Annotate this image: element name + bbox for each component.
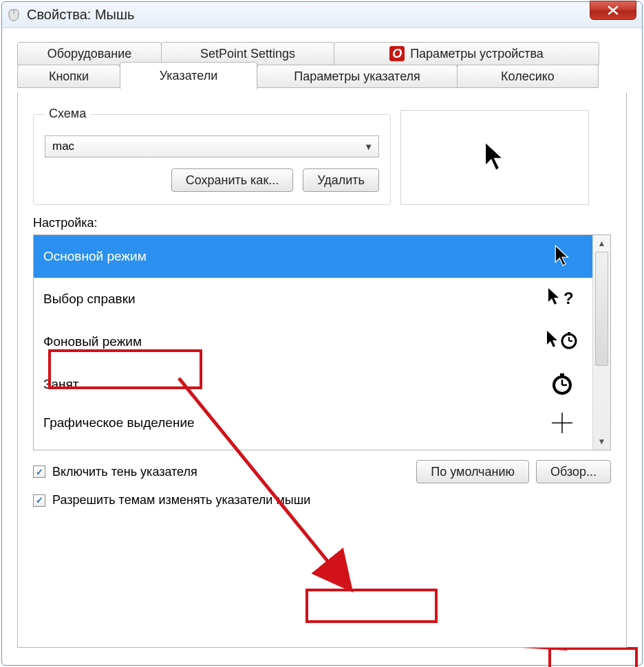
device-params-icon: O <box>389 46 405 61</box>
annotation-highlight <box>548 647 638 667</box>
titlebar: Свойства: Мышь <box>2 2 642 28</box>
allow-themes-checkbox[interactable]: ✓ <box>33 494 45 507</box>
listbox-scrollbar[interactable]: ▲ ▼ <box>592 235 610 450</box>
scheme-fieldset: Схема mac ▼ Сохранить как... Удалить <box>33 107 391 205</box>
default-button[interactable]: По умолчанию <box>416 460 529 483</box>
scroll-thumb[interactable] <box>595 252 608 366</box>
cursor-listbox[interactable]: Основной режим Выбор справки ? Фоновый р… <box>33 234 611 450</box>
tab-strip: Оборудование SetPoint Settings O Парамет… <box>17 42 627 92</box>
arrow-busy-icon <box>541 330 583 353</box>
shadow-label: Включить тень указателя <box>52 465 197 479</box>
save-as-button[interactable]: Сохранить как... <box>171 168 294 192</box>
list-item-normal[interactable]: Основной режим <box>34 235 592 278</box>
arrow-help-icon: ? <box>541 287 583 311</box>
allow-themes-label: Разрешить темам изменять указатели мыши <box>52 493 310 507</box>
tab-buttons[interactable]: Кнопки <box>17 65 120 88</box>
mouse-icon <box>6 8 21 23</box>
browse-button[interactable]: Обзор... <box>536 460 611 483</box>
dialog-window: Свойства: Мышь Оборудование SetPoint Set… <box>1 1 643 666</box>
annotation-highlight <box>48 349 202 389</box>
svg-text:?: ? <box>564 289 574 307</box>
svg-rect-7 <box>560 373 564 378</box>
shadow-checkbox[interactable]: ✓ <box>33 466 45 478</box>
crosshair-icon <box>541 411 583 435</box>
scheme-legend: Схема <box>45 107 90 121</box>
list-item-help[interactable]: Выбор справки ? <box>34 278 592 320</box>
delete-button[interactable]: Удалить <box>303 168 379 192</box>
svg-rect-3 <box>568 332 570 336</box>
busy-icon <box>541 373 583 396</box>
settings-label: Настройка: <box>33 216 611 230</box>
chevron-down-icon: ▼ <box>364 142 373 152</box>
scroll-track[interactable] <box>593 252 610 433</box>
tab-pointers[interactable]: Указатели <box>120 62 257 89</box>
arrow-icon <box>541 245 583 268</box>
scroll-up-icon[interactable]: ▲ <box>593 235 610 252</box>
annotation-highlight <box>305 589 438 623</box>
scroll-down-icon[interactable]: ▼ <box>593 433 610 450</box>
scheme-dropdown[interactable]: mac ▼ <box>45 135 379 157</box>
tab-wheel[interactable]: Колесико <box>457 65 599 88</box>
list-item-precision[interactable]: Графическое выделение <box>34 406 592 440</box>
tab-device-params[interactable]: O Параметры устройства <box>334 42 599 65</box>
close-button[interactable] <box>590 1 636 20</box>
cursor-preview <box>400 110 589 205</box>
scheme-value: mac <box>52 140 74 153</box>
tab-pointer-options[interactable]: Параметры указателя <box>257 65 458 88</box>
window-title: Свойства: Мышь <box>27 7 134 23</box>
tab-panel-pointers: Схема mac ▼ Сохранить как... Удалить Нас… <box>17 92 627 648</box>
